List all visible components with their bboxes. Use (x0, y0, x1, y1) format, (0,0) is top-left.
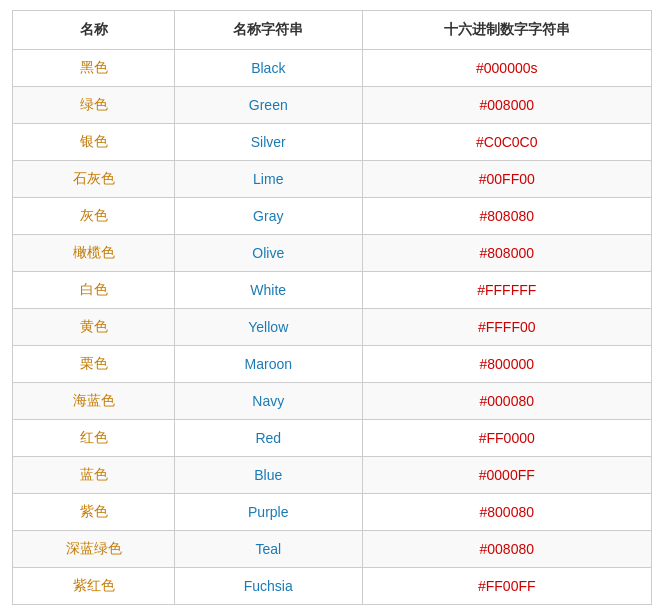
color-name-cn: 石灰色 (13, 161, 175, 198)
table-row: 白色White#FFFFFF (13, 272, 652, 309)
color-name-en: Fuchsia (175, 568, 363, 605)
color-hex-value: #808080 (362, 198, 651, 235)
table-row: 橄榄色Olive#808000 (13, 235, 652, 272)
color-name-en: Navy (175, 383, 363, 420)
table-row: 石灰色Lime#00FF00 (13, 161, 652, 198)
color-name-cn: 黑色 (13, 50, 175, 87)
color-hex-value: #00FF00 (362, 161, 651, 198)
table-row: 黄色Yellow#FFFF00 (13, 309, 652, 346)
color-name-cn: 灰色 (13, 198, 175, 235)
color-name-cn: 黄色 (13, 309, 175, 346)
color-name-cn: 深蓝绿色 (13, 531, 175, 568)
table-row: 紫色Purple#800080 (13, 494, 652, 531)
table-row: 蓝色Blue#0000FF (13, 457, 652, 494)
color-table: 名称 名称字符串 十六进制数字字符串 黑色Black#000000s绿色Gree… (12, 10, 652, 605)
table-row: 银色Silver#C0C0C0 (13, 124, 652, 161)
table-row: 红色Red#FF0000 (13, 420, 652, 457)
color-name-en: Purple (175, 494, 363, 531)
color-name-en: Lime (175, 161, 363, 198)
table-row: 栗色Maroon#800000 (13, 346, 652, 383)
color-hex-value: #FFFFFF (362, 272, 651, 309)
table-row: 海蓝色Navy#000080 (13, 383, 652, 420)
color-name-en: Teal (175, 531, 363, 568)
col-header-name: 名称 (13, 11, 175, 50)
color-hex-value: #008000 (362, 87, 651, 124)
color-name-en: Green (175, 87, 363, 124)
color-name-en: Red (175, 420, 363, 457)
color-name-cn: 紫红色 (13, 568, 175, 605)
table-row: 灰色Gray#808080 (13, 198, 652, 235)
color-name-cn: 红色 (13, 420, 175, 457)
color-hex-value: #800000 (362, 346, 651, 383)
color-name-cn: 银色 (13, 124, 175, 161)
color-name-cn: 蓝色 (13, 457, 175, 494)
color-name-en: Yellow (175, 309, 363, 346)
color-name-en: White (175, 272, 363, 309)
table-row: 紫红色Fuchsia#FF00FF (13, 568, 652, 605)
table-row: 绿色Green#008000 (13, 87, 652, 124)
color-hex-value: #FFFF00 (362, 309, 651, 346)
color-hex-value: #808000 (362, 235, 651, 272)
color-hex-value: #800080 (362, 494, 651, 531)
color-name-en: Silver (175, 124, 363, 161)
color-hex-value: #FF00FF (362, 568, 651, 605)
col-header-hex: 十六进制数字字符串 (362, 11, 651, 50)
color-hex-value: #008080 (362, 531, 651, 568)
color-hex-value: #C0C0C0 (362, 124, 651, 161)
color-hex-value: #0000FF (362, 457, 651, 494)
table-row: 深蓝绿色Teal#008080 (13, 531, 652, 568)
color-name-cn: 白色 (13, 272, 175, 309)
color-name-en: Olive (175, 235, 363, 272)
color-name-cn: 绿色 (13, 87, 175, 124)
color-name-en: Gray (175, 198, 363, 235)
color-name-cn: 橄榄色 (13, 235, 175, 272)
color-name-en: Black (175, 50, 363, 87)
color-name-cn: 海蓝色 (13, 383, 175, 420)
table-row: 黑色Black#000000s (13, 50, 652, 87)
col-header-string: 名称字符串 (175, 11, 363, 50)
color-name-cn: 栗色 (13, 346, 175, 383)
color-name-en: Blue (175, 457, 363, 494)
color-name-cn: 紫色 (13, 494, 175, 531)
color-hex-value: #000000s (362, 50, 651, 87)
color-name-en: Maroon (175, 346, 363, 383)
color-hex-value: #000080 (362, 383, 651, 420)
color-hex-value: #FF0000 (362, 420, 651, 457)
